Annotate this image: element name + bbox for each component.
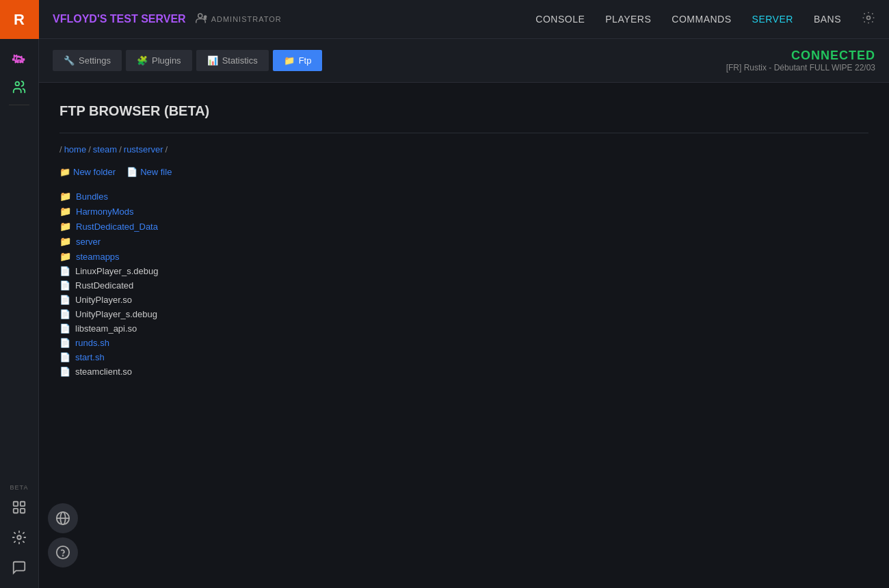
file-icon: 📄 [59, 295, 70, 305]
globe-icon[interactable] [48, 503, 78, 533]
file-icon: 📄 [59, 366, 70, 377]
breadcrumb-home[interactable]: home [64, 144, 87, 155]
folder-link[interactable]: steamapps [76, 252, 120, 262]
sidebar-icon-users[interactable] [0, 73, 39, 101]
app-logo[interactable]: R [0, 0, 39, 39]
svg-rect-5 [21, 509, 25, 513]
svg-point-1 [16, 82, 20, 86]
help-icon[interactable] [48, 537, 78, 567]
tab-statistics[interactable]: 📊 Statistics [196, 50, 269, 71]
list-item[interactable]: 📁 Bundles [59, 189, 868, 203]
file-name: LinuxPlayer_s.debug [75, 266, 158, 276]
list-item[interactable]: 📁 HarmonyMods [59, 204, 868, 218]
sidebar-nav-icons [0, 39, 38, 116]
beta-label: BETA [10, 484, 29, 491]
list-item[interactable]: 📄 start.sh [59, 351, 868, 364]
file-icon: 📄 [59, 338, 70, 348]
user-info: 1 ADMINISTRATOR [196, 12, 282, 26]
svg-point-7 [198, 14, 202, 18]
settings-wrench-icon: 🔧 [64, 55, 75, 66]
sidebar-grid-icon[interactable] [2, 494, 36, 521]
list-item[interactable]: 📄 RustDedicated [59, 279, 868, 292]
sidebar-gear-icon[interactable] [2, 524, 36, 551]
list-item[interactable]: 📄 libsteam_api.so [59, 322, 868, 335]
svg-point-6 [17, 535, 21, 539]
tab-plugins[interactable]: 🧩 Plugins [126, 50, 192, 71]
ftp-top-divider [59, 133, 868, 133]
globe-icon-container [48, 503, 78, 533]
folder-icon: 📁 [59, 236, 71, 247]
topnav-links: CONSOLE PLAYERS COMMANDS SERVER BANS [535, 11, 875, 28]
file-icon: 📄 [59, 352, 70, 362]
user-icon: 1 [196, 12, 208, 26]
breadcrumb-rustserver[interactable]: rustserver [124, 144, 163, 155]
topnav-settings-icon[interactable] [862, 11, 875, 28]
connection-status: CONNECTED [726, 49, 875, 63]
file-icon: 📄 [59, 309, 70, 319]
file-link[interactable]: runds.sh [75, 338, 109, 348]
svg-point-10 [867, 16, 871, 19]
list-item[interactable]: 📁 RustDedicated_Data [59, 219, 868, 233]
tabs-bar: 🔧 Settings 🧩 Plugins 📊 Statistics 📁 Ftp … [39, 39, 889, 83]
breadcrumb-trail-slash: / [165, 144, 168, 155]
list-item[interactable]: 📁 steamapps [59, 250, 868, 263]
svg-rect-4 [14, 509, 18, 513]
sidebar: R BETA [0, 0, 39, 588]
nav-bans[interactable]: BANS [814, 14, 841, 25]
folder-link[interactable]: RustDedicated_Data [76, 222, 158, 232]
content-area: 🔧 Settings 🧩 Plugins 📊 Statistics 📁 Ftp … [39, 39, 889, 588]
list-item[interactable]: 📁 server [59, 235, 868, 248]
plugins-puzzle-icon: 🧩 [137, 55, 148, 66]
sidebar-bottom: BETA [2, 484, 36, 588]
server-info-text: [FR] Rustix - Débutant FULL WIPE 22/03 [726, 63, 875, 72]
file-link[interactable]: start.sh [75, 352, 105, 362]
breadcrumb-root-slash: / [59, 144, 62, 155]
new-folder-button[interactable]: 📁 New folder [59, 167, 116, 177]
folder-link[interactable]: Bundles [76, 191, 108, 202]
file-icon: 📄 [59, 323, 70, 334]
breadcrumb-sep-2: / [119, 144, 122, 155]
svg-rect-2 [14, 502, 18, 506]
new-file-icon: 📄 [127, 167, 137, 177]
new-file-button[interactable]: 📄 New file [127, 167, 172, 177]
file-icon: 📄 [59, 266, 70, 276]
svg-point-14 [57, 546, 69, 559]
file-name: steamclient.so [75, 366, 132, 377]
file-list: 📁 Bundles 📁 HarmonyMods 📁 RustDedicated_… [59, 189, 868, 378]
folder-link[interactable]: HarmonyMods [76, 206, 134, 217]
folder-icon: 📁 [59, 191, 71, 202]
new-folder-icon: 📁 [59, 167, 70, 177]
folder-link[interactable]: server [76, 237, 101, 247]
ftp-folder-icon: 📁 [284, 55, 295, 66]
nav-console[interactable]: CONSOLE [535, 14, 585, 25]
folder-icon: 📁 [59, 221, 71, 232]
statistics-chart-icon: 📊 [207, 55, 218, 66]
topnav: VFLOYD'S TEST SERVER 1 ADMINISTRATOR CON… [39, 0, 889, 39]
ftp-actions: 📁 New folder 📄 New file [59, 167, 868, 177]
sidebar-icon-puzzle[interactable] [0, 46, 39, 73]
main-area: VFLOYD'S TEST SERVER 1 ADMINISTRATOR CON… [39, 0, 889, 588]
breadcrumb-sep-1: / [88, 144, 91, 155]
help-icon-container [48, 537, 78, 567]
sidebar-chat-icon[interactable] [2, 554, 36, 581]
user-role-label: ADMINISTRATOR [211, 15, 282, 23]
server-name: VFLOYD'S TEST SERVER [53, 13, 186, 25]
nav-players[interactable]: PLAYERS [605, 14, 651, 25]
file-name: UnityPlayer.so [75, 295, 132, 305]
tab-ftp[interactable]: 📁 Ftp [273, 50, 323, 71]
folder-icon: 📁 [59, 251, 71, 262]
nav-commands[interactable]: COMMANDS [672, 14, 731, 25]
list-item[interactable]: 📄 LinuxPlayer_s.debug [59, 265, 868, 278]
list-item[interactable]: 📄 runds.sh [59, 336, 868, 349]
sidebar-divider [9, 105, 29, 105]
svg-rect-3 [21, 502, 25, 506]
list-item[interactable]: 📄 UnityPlayer.so [59, 293, 868, 306]
server-status: CONNECTED [FR] Rustix - Débutant FULL WI… [726, 49, 875, 72]
file-name: UnityPlayer_s.debug [75, 309, 157, 319]
file-name: libsteam_api.so [75, 323, 137, 334]
tab-settings[interactable]: 🔧 Settings [53, 50, 122, 71]
list-item[interactable]: 📄 UnityPlayer_s.debug [59, 308, 868, 321]
nav-server[interactable]: SERVER [752, 14, 793, 25]
list-item[interactable]: 📄 steamclient.so [59, 365, 868, 378]
breadcrumb-steam[interactable]: steam [93, 144, 117, 155]
